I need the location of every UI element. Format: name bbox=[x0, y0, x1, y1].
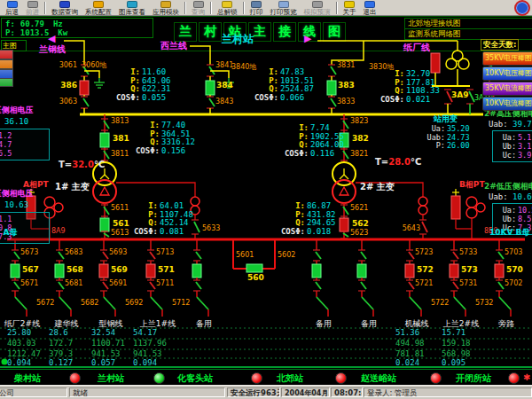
right-lv-title: 2#低压侧相电压 bbox=[484, 183, 532, 191]
feeder-value: 403.03 bbox=[7, 340, 36, 348]
station-link-3[interactable]: 化客头站 bbox=[177, 372, 213, 385]
station-led-red bbox=[335, 372, 347, 384]
station-link-5[interactable]: 赵送峪站 bbox=[361, 372, 396, 385]
left-cut-button-0[interactable] bbox=[0, 50, 13, 59]
label[interactable]: 383 bbox=[338, 82, 355, 90]
label: 5673 bbox=[20, 248, 38, 256]
feeder-value: 15.71 bbox=[442, 329, 466, 337]
label: 3833 bbox=[337, 98, 355, 106]
label[interactable]: 3A9 bbox=[451, 91, 469, 99]
status-bar: 有限公司 就绪 安全运行963天 2004年04月26日 08:07:40 登录… bbox=[0, 385, 532, 399]
label[interactable]: 384 bbox=[216, 82, 233, 90]
label[interactable]: 562 bbox=[352, 220, 369, 228]
label[interactable]: 386 bbox=[43, 82, 77, 90]
status-time: 08:07:40 bbox=[331, 387, 363, 397]
feeder-value: 32.54 bbox=[91, 329, 115, 337]
left-hv-title: 1#高压侧相电压 bbox=[0, 106, 34, 114]
station-transformer-row: P:26.00 bbox=[424, 142, 470, 150]
station-transformer-label: 站用变 bbox=[434, 115, 458, 123]
station-link-4[interactable]: 北郊站 bbox=[277, 372, 303, 385]
label: 5671 bbox=[20, 279, 38, 287]
measurements-382: I:7.74P:1902.55Q:2064.00COSΦ:0.116 bbox=[277, 124, 344, 158]
feeder-name: 备用 bbox=[346, 320, 392, 328]
label[interactable]: 572 bbox=[417, 266, 434, 274]
right-hv-phase-box: Ua:5.1Ub:3.1Uc:3.9 bbox=[492, 130, 532, 162]
label: 3811 bbox=[111, 150, 129, 158]
right-hv-uab: Uab: 39.77 bbox=[489, 121, 532, 129]
label: 5691 bbox=[109, 279, 127, 287]
feeder-value: 0.095 bbox=[442, 359, 466, 367]
feeder-name: 机械线 bbox=[394, 320, 440, 328]
feeder-value: 941.53 bbox=[91, 350, 121, 358]
feeder-value: 1137.96 bbox=[133, 340, 167, 348]
scada-main-screen: 后退前进数据查询系统配置图库查看应用模块查询总解锁打印打印预览模拟预演关于退出 … bbox=[0, 0, 532, 399]
feeder-value: 0.024 bbox=[395, 359, 419, 367]
station-led-red bbox=[251, 372, 262, 384]
station-link-6[interactable]: 开闭所站 bbox=[456, 372, 491, 385]
label: 5732 bbox=[475, 299, 493, 307]
measurements-384: I:47.83P:1013.51Q:2524.87COSΦ:0.066 bbox=[246, 68, 314, 102]
side-button-2[interactable]: 35KV电流棒图 bbox=[482, 82, 532, 96]
left-cut-button-3[interactable] bbox=[0, 78, 13, 87]
side-button-0[interactable]: 35KV电压棒图 bbox=[482, 51, 532, 66]
label[interactable]: 560 bbox=[247, 274, 264, 282]
bus-b-label: 10KV B母 bbox=[489, 229, 529, 237]
line-name-xilan: 西兰线 bbox=[160, 42, 187, 50]
label: 5703 bbox=[505, 248, 522, 256]
label: 5702 bbox=[505, 279, 522, 287]
label[interactable]: 382 bbox=[352, 135, 369, 143]
left-hv-phase-box: Ua:31.2Ub:34.7Uc:36.5 bbox=[0, 129, 50, 160]
label[interactable]: 573 bbox=[461, 266, 478, 274]
station-led-red bbox=[69, 372, 81, 384]
label: 5643 bbox=[395, 224, 420, 232]
feeder-value: 0.094 bbox=[133, 359, 157, 367]
transformer-name: 1# 主变 bbox=[55, 183, 90, 191]
side-button-3[interactable]: 10KV电流棒图 bbox=[482, 97, 532, 111]
measurements-562: I:86.87P:431.82Q:294.65COSΦ:0.018 bbox=[273, 202, 336, 236]
label: 5633 bbox=[202, 224, 220, 232]
label: 5683 bbox=[65, 248, 82, 256]
feeder-name: 纸厂2#线 bbox=[0, 320, 45, 328]
left-lv-title: 1#低压侧相电压 bbox=[0, 190, 34, 198]
left-cut-button-1[interactable] bbox=[0, 59, 13, 69]
status-user: 登录人: 管理员 bbox=[364, 387, 532, 397]
label: 5623 bbox=[350, 229, 368, 237]
feeder-value: 1100.71 bbox=[91, 340, 125, 348]
label[interactable]: 570 bbox=[506, 266, 523, 274]
alarm-asterisk: ✱ bbox=[523, 372, 530, 382]
label: 5682 bbox=[81, 299, 98, 307]
station-led-red bbox=[430, 372, 442, 384]
status-ready: 就绪 bbox=[69, 387, 225, 397]
label: 5711 bbox=[156, 279, 174, 287]
label: 5672 bbox=[36, 299, 54, 307]
side-button-1[interactable]: 10KV电压棒图 bbox=[482, 66, 532, 81]
bus-a-label: 10KV A母 bbox=[0, 229, 18, 237]
label[interactable]: 571 bbox=[158, 266, 175, 274]
station-nav-bar: 柴村站兰村站化客头站北郊站赵送峪站开闭所站✱ bbox=[0, 369, 532, 386]
feeder-value: 379.3 bbox=[49, 350, 73, 358]
label[interactable]: 569 bbox=[111, 266, 128, 274]
label: 3821 bbox=[350, 150, 368, 158]
label[interactable]: 381 bbox=[113, 135, 129, 143]
station-title: 兰村站 bbox=[222, 35, 254, 43]
feeder-name: 上兰1#线 bbox=[135, 320, 181, 328]
flow-arrow-right-icon: ▶ bbox=[304, 35, 311, 43]
label: 5681 bbox=[65, 279, 82, 287]
label: 5733 bbox=[459, 248, 477, 256]
label: 3831 bbox=[337, 61, 355, 69]
station-link-2[interactable]: 兰村站 bbox=[98, 372, 124, 385]
label: 3843 bbox=[215, 98, 233, 106]
safety-days-box: 安全天数: bbox=[481, 39, 519, 51]
feeder-value: 25.80 bbox=[7, 329, 31, 337]
station-led-red bbox=[508, 372, 520, 384]
station-led-green bbox=[153, 372, 165, 384]
label[interactable]: 568 bbox=[66, 266, 83, 274]
flow-arrow-left-icon: ◀ bbox=[48, 35, 55, 43]
label: 5721 bbox=[415, 279, 433, 287]
pt-label: B相PT bbox=[459, 181, 485, 189]
label[interactable]: 567 bbox=[22, 266, 39, 274]
status-company: 有限公司 bbox=[0, 387, 67, 397]
line-name-langang: 兰钢线 bbox=[39, 45, 66, 53]
pt-id: 8A9 bbox=[51, 227, 66, 235]
station-link-1[interactable]: 柴村站 bbox=[14, 372, 41, 385]
